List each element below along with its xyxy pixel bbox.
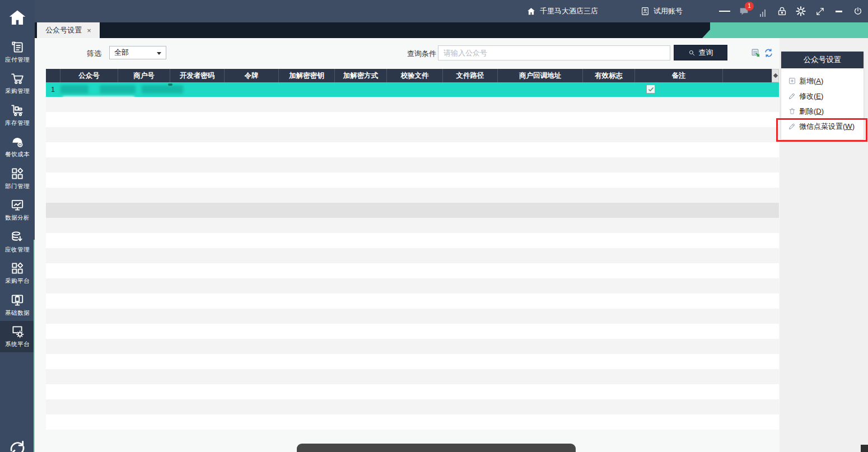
sidebar-item-inventory[interactable]: 库存管理 xyxy=(0,99,35,131)
column-header-merchant-id[interactable]: 商户号 xyxy=(118,69,170,82)
sidebar-item-accounts-payable[interactable]: 应付管理 xyxy=(0,36,35,68)
table-row-empty xyxy=(46,414,779,430)
action-panel-title: 公众号设置 xyxy=(781,52,864,68)
settings-gear-icon[interactable] xyxy=(795,6,806,17)
action-panel: 公众号设置 新增(A) 修改(E) 删除(D) 微信点菜设置(W) xyxy=(781,52,864,139)
table-row-selected[interactable]: 1 xyxy=(46,82,779,97)
notifications-icon[interactable]: 1 xyxy=(738,6,749,17)
column-header-file-path[interactable]: 文件路径 xyxy=(442,69,497,82)
sidebar-item-purchasing[interactable]: 采购管理 xyxy=(0,68,35,100)
edit-pencil-icon xyxy=(788,92,796,100)
sidebar-item-purchasing-platform[interactable]: 采购平台 xyxy=(0,258,35,290)
tab-close-icon[interactable]: × xyxy=(87,26,91,35)
sidebar-item-system-platform[interactable]: 系统平台 xyxy=(0,321,35,353)
redacted-dot xyxy=(168,83,172,86)
table-row-empty xyxy=(46,399,779,414)
sidebar-item-departments[interactable]: 部门管理 xyxy=(0,162,35,194)
menu-icon[interactable] xyxy=(719,6,730,17)
table-row-empty xyxy=(46,339,779,354)
table-row-empty xyxy=(46,97,779,112)
grid-diamond-icon xyxy=(10,166,25,181)
sidebar-teal-edge xyxy=(34,240,35,452)
column-header-encryption-method[interactable]: 加解密方式 xyxy=(334,69,386,82)
refresh-icon[interactable] xyxy=(764,48,773,58)
lock-icon[interactable] xyxy=(776,6,787,17)
search-icon xyxy=(688,49,696,57)
table-row-empty xyxy=(46,218,779,233)
panel-item-add[interactable]: 新增(A) xyxy=(781,73,864,88)
invoice-box-icon xyxy=(10,40,25,54)
query-input[interactable] xyxy=(438,45,670,60)
sidebar-item-accounts-receivable[interactable]: 应收管理 xyxy=(0,226,35,258)
table-header-row: 公众号 商户号 开发者密码 令牌 加解密密钥 加解密方式 校验文件 文件路径 商… xyxy=(46,69,772,82)
edit-pencil-icon xyxy=(788,123,796,130)
table-row-empty xyxy=(46,263,779,278)
panel-item-delete[interactable]: 删除(D) xyxy=(781,104,864,119)
coins-arrow-icon xyxy=(10,230,25,244)
app-window: 千里马大酒店三店 试用账号 1 xyxy=(0,0,868,452)
sidebar-nav: 应付管理 采购管理 库存管理 餐饮成本 部门管理 数据分析 应收管理 采购平台 xyxy=(0,0,35,452)
column-header-rownum[interactable] xyxy=(46,69,60,82)
column-chooser-button[interactable] xyxy=(772,69,779,82)
column-header-public-account[interactable]: 公众号 xyxy=(60,69,118,82)
signal-bars-icon[interactable] xyxy=(757,6,768,17)
home-icon xyxy=(7,8,27,28)
tab-label: 公众号设置 xyxy=(45,25,82,35)
column-header-token[interactable]: 令牌 xyxy=(224,69,278,82)
table-row-empty xyxy=(46,203,779,218)
sidebar-item-base-data[interactable]: 基础数据 xyxy=(0,289,35,321)
table-row-empty xyxy=(46,233,779,248)
column-header-merchant-callback-url[interactable]: 商户回调地址 xyxy=(497,69,582,82)
column-header-valid-flag[interactable]: 有效标志 xyxy=(582,69,634,82)
redacted-merchant-id xyxy=(100,85,136,94)
top-bar: 千里马大酒店三店 试用账号 1 xyxy=(35,0,868,22)
trash-icon xyxy=(788,108,796,115)
table-row-empty xyxy=(46,248,779,263)
panel-item-edit[interactable]: 修改(E) xyxy=(781,88,864,104)
monitor-clipboard-icon xyxy=(10,293,25,307)
tab-bar: 公众号设置 × xyxy=(35,22,868,38)
valid-flag-checkbox[interactable] xyxy=(646,85,655,94)
trolley-icon xyxy=(10,103,25,118)
tabbar-teal-wedge xyxy=(710,22,868,38)
plus-square-icon xyxy=(788,77,796,85)
table-row-empty xyxy=(46,324,779,339)
export-grid-icon[interactable] xyxy=(751,48,760,58)
minimize-icon[interactable] xyxy=(833,6,844,17)
search-button[interactable]: 查询 xyxy=(674,45,727,60)
column-header-remarks[interactable]: 备注 xyxy=(634,69,722,82)
table-row-empty xyxy=(46,309,779,324)
filter-dropdown-value: 全部 xyxy=(114,48,129,58)
power-icon[interactable] xyxy=(852,6,864,17)
sidebar-item-food-cost[interactable]: 餐饮成本 xyxy=(0,131,35,163)
filter-dropdown[interactable]: 全部 xyxy=(109,46,166,59)
redacted-developer-password xyxy=(142,85,183,94)
table-body-stripes xyxy=(46,97,779,430)
account-group[interactable]: 试用账号 xyxy=(641,6,683,16)
column-header-encryption-key[interactable]: 加解密密钥 xyxy=(278,69,334,82)
tab-public-account-settings[interactable]: 公众号设置 × xyxy=(37,22,100,38)
monitor-gear-icon xyxy=(10,324,25,339)
table-row-empty xyxy=(46,173,779,188)
sidebar-item-data-analysis[interactable]: 数据分析 xyxy=(0,194,35,226)
table-row-empty xyxy=(46,293,779,309)
redacted-public-account xyxy=(60,85,88,94)
hotel-name: 千里马大酒店三店 xyxy=(540,6,598,16)
add-column-icon xyxy=(773,73,777,78)
sidebar-item-switch[interactable] xyxy=(0,437,35,452)
column-header-empty xyxy=(722,69,772,82)
filter-label: 筛选 xyxy=(87,49,101,59)
bottom-overlay-bar xyxy=(297,444,576,452)
table-row-empty xyxy=(46,188,779,203)
monitor-chart-icon xyxy=(10,198,25,212)
grid-diamond-icon xyxy=(10,261,25,276)
panel-item-wechat-ordering-settings[interactable]: 微信点菜设置(W) xyxy=(781,119,864,134)
table-row-empty xyxy=(46,369,779,384)
column-header-developer-password[interactable]: 开发者密码 xyxy=(170,69,224,82)
expand-icon[interactable] xyxy=(814,6,825,17)
sidebar-item-home[interactable] xyxy=(0,0,35,36)
table-row-empty xyxy=(46,384,779,399)
column-header-verify-file[interactable]: 校验文件 xyxy=(386,69,442,82)
table-row-empty xyxy=(46,127,779,142)
hotel-name-group[interactable]: 千里马大酒店三店 xyxy=(526,6,598,16)
